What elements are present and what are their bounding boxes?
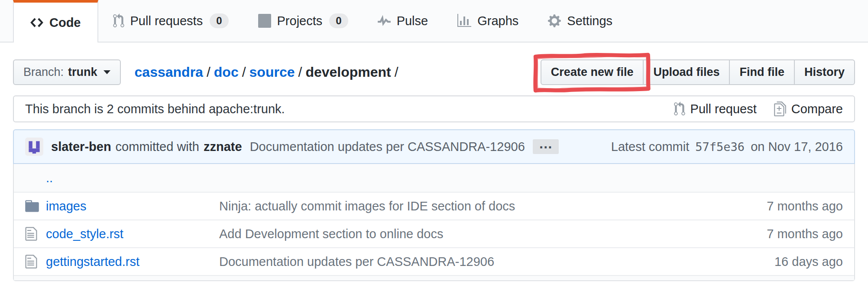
row-age: 7 months ago xyxy=(767,199,843,213)
tab-label: Graphs xyxy=(477,14,518,28)
cut-off-next-row xyxy=(14,275,854,280)
commit-date: on Nov 17, 2016 xyxy=(751,140,843,154)
table-row-up: .. xyxy=(14,164,854,192)
tab-code[interactable]: Code xyxy=(13,0,98,43)
commit-committer[interactable]: zznate xyxy=(204,140,242,154)
branch-selector-button[interactable]: Branch: trunk xyxy=(13,59,121,85)
commit-message-link[interactable]: Documentation updates per CASSANDRA-1290… xyxy=(250,140,525,154)
annotated-wrapper: Create new file xyxy=(541,59,644,85)
find-file-button[interactable]: Find file xyxy=(729,59,795,85)
upload-files-button[interactable]: Upload files xyxy=(643,59,730,85)
avatar[interactable] xyxy=(25,138,43,156)
project-icon xyxy=(258,13,271,28)
tab-label: Settings xyxy=(567,14,612,28)
code-icon xyxy=(30,15,43,30)
latest-commit-info: Latest commit 57f5e36 on Nov 17, 2016 xyxy=(611,140,843,154)
pull-requests-counter: 0 xyxy=(210,13,228,28)
parent-directory-link[interactable]: .. xyxy=(46,171,53,185)
compare-label: Compare xyxy=(791,102,843,116)
row-commit-message[interactable]: Documentation updates per CASSANDRA-1290… xyxy=(219,255,494,269)
tab-label: Projects xyxy=(277,14,323,28)
table-row: gettingstarted.rst Documentation updates… xyxy=(14,247,854,275)
file-link[interactable]: code_style.rst xyxy=(46,227,123,241)
file-navigation: Branch: trunk cassandra/doc/source/devel… xyxy=(13,59,855,85)
branch-name: trunk xyxy=(68,66,97,79)
commit-author[interactable]: slater-ben xyxy=(51,140,111,154)
file-icon xyxy=(25,254,37,269)
git-pull-request-icon xyxy=(113,13,124,28)
table-row: code_style.rst Add Development section t… xyxy=(14,220,854,247)
tab-settings[interactable]: Settings xyxy=(533,0,627,42)
gear-icon xyxy=(548,13,561,28)
breadcrumb-separator: / xyxy=(391,64,402,80)
folder-icon xyxy=(25,198,39,214)
graph-icon xyxy=(457,13,471,28)
branch-label-prefix: Branch: xyxy=(23,66,64,79)
latest-commit-label: Latest commit xyxy=(611,140,690,154)
tab-pull-requests[interactable]: Pull requests 0 xyxy=(98,0,243,42)
row-age: 7 months ago xyxy=(767,227,843,241)
compare-link[interactable]: Compare xyxy=(774,102,843,116)
tab-label: Pulse xyxy=(397,14,428,28)
tab-graphs[interactable]: Graphs xyxy=(443,0,533,42)
tab-pulse[interactable]: Pulse xyxy=(363,0,443,42)
breadcrumb-dir-link[interactable]: doc xyxy=(214,64,239,80)
tab-label: Pull requests xyxy=(130,14,203,28)
file-actions-group: Create new file Upload files Find file H… xyxy=(541,59,855,85)
breadcrumb-separator: / xyxy=(295,64,306,80)
pull-request-link[interactable]: Pull request xyxy=(674,102,757,116)
tab-projects[interactable]: Projects 0 xyxy=(243,0,363,42)
commit-sha-link[interactable]: 57f5e36 xyxy=(693,140,747,154)
table-row: images Ninja: actually commit images for… xyxy=(14,192,854,220)
breadcrumb-separator: / xyxy=(239,64,249,80)
file-icon xyxy=(25,226,37,242)
pull-request-label: Pull request xyxy=(690,102,757,116)
repo-nav: Code Pull requests 0 Projects 0 Pulse Gr… xyxy=(0,0,868,43)
infobar-actions: Pull request Compare xyxy=(674,102,843,116)
branch-infobar: This branch is 2 commits behind apache:t… xyxy=(13,95,855,122)
diff-icon xyxy=(774,102,786,116)
tab-label: Code xyxy=(49,16,81,30)
file-link[interactable]: images xyxy=(46,199,87,213)
row-commit-message[interactable]: Ninja: actually commit images for IDE se… xyxy=(219,199,515,213)
row-commit-message[interactable]: Add Development section to online docs xyxy=(219,227,443,241)
breadcrumb-repo-link[interactable]: cassandra xyxy=(135,64,203,80)
committed-with-text: committed with xyxy=(111,140,204,154)
breadcrumb-dir-link[interactable]: source xyxy=(249,64,295,80)
chevron-down-icon xyxy=(104,70,110,74)
commit-message-expand-button[interactable]: … xyxy=(533,139,559,154)
projects-counter: 0 xyxy=(329,13,348,28)
breadcrumb-separator: / xyxy=(203,64,214,80)
breadcrumb-current-dir: development xyxy=(305,64,391,80)
pulse-icon xyxy=(378,13,391,28)
git-pull-request-icon xyxy=(674,102,685,116)
branch-status-message: This branch is 2 commits behind apache:t… xyxy=(25,102,285,116)
create-new-file-button[interactable]: Create new file xyxy=(541,59,644,85)
file-link[interactable]: gettingstarted.rst xyxy=(46,255,139,269)
breadcrumb: cassandra/doc/source/development/ xyxy=(135,64,402,80)
file-table: .. images Ninja: actually commit images … xyxy=(13,164,855,281)
row-age: 16 days ago xyxy=(774,255,843,269)
latest-commit-bar: slater-ben committed with zznate Documen… xyxy=(13,129,855,164)
history-button[interactable]: History xyxy=(794,59,855,85)
